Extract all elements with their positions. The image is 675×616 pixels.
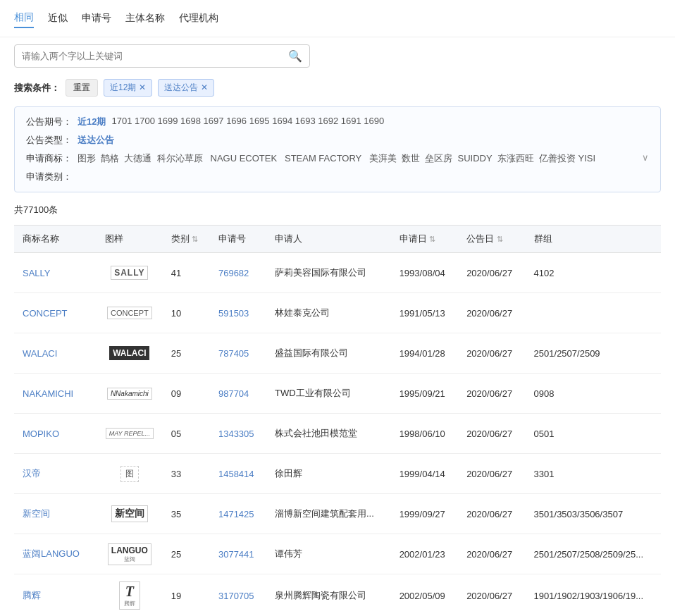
cell-applicant: 萨莉美容国际有限公司 bbox=[266, 253, 391, 293]
cell-pubdate: 2020/06/27 bbox=[458, 414, 525, 454]
nav-item-similar[interactable]: 近似 bbox=[48, 12, 68, 25]
filter-tag-type[interactable]: 送达公告✕ bbox=[158, 79, 214, 97]
filter-label: 搜索条件： bbox=[14, 82, 60, 94]
cell-logo: 图 bbox=[97, 454, 163, 494]
cell-pubdate: 2020/06/27 bbox=[458, 293, 525, 333]
table-row: 腾辉 T腾辉 19 3170705 泉州腾辉陶瓷有限公司 2002/05/09 … bbox=[14, 574, 661, 617]
cell-appdate: 1998/06/10 bbox=[391, 414, 458, 454]
cell-category: 41 bbox=[163, 253, 210, 293]
table-header-row: 商标名称 图样 类别 ⇅ 申请号 申请人 申请日 ⇅ 公告日 ⇅ 群组 bbox=[14, 226, 661, 253]
app-no-link[interactable]: 987704 bbox=[218, 388, 249, 399]
condition-box: 公告期号： 近12期 1701 1700 1699 1698 1697 1696… bbox=[14, 106, 661, 192]
brand-name-link[interactable]: 蓝阔LANGUO bbox=[23, 548, 80, 559]
search-input[interactable] bbox=[22, 51, 288, 61]
app-no-link[interactable]: 591503 bbox=[218, 308, 249, 319]
condition-row-period: 公告期号： 近12期 1701 1700 1699 1698 1697 1696… bbox=[26, 116, 649, 128]
nav-item-same[interactable]: 相同 bbox=[14, 8, 34, 28]
brand-name-link[interactable]: SALLY bbox=[23, 268, 51, 278]
cell-appdate: 1995/09/21 bbox=[391, 374, 458, 414]
trademark-vals: 图形 鹊格 大德通 科尔沁草原 NAGU ECOTEK STEAM FACTOR… bbox=[78, 152, 636, 165]
cell-applicant: 盛益国际有限公司 bbox=[266, 333, 391, 374]
brand-name-link[interactable]: MOPIKO bbox=[23, 429, 59, 439]
col-header-group: 群组 bbox=[526, 226, 661, 253]
cell-appno: 769682 bbox=[210, 253, 266, 293]
cell-name: NAKAMICHI bbox=[14, 374, 97, 414]
cell-appdate: 1993/08/04 bbox=[391, 253, 458, 293]
trademark-key: 申请商标： bbox=[26, 152, 72, 165]
nav-item-subject[interactable]: 主体名称 bbox=[125, 12, 165, 25]
cell-appdate: 1991/05/13 bbox=[391, 293, 458, 333]
cell-category: 05 bbox=[163, 414, 210, 454]
cell-category: 33 bbox=[163, 454, 210, 494]
more-icon[interactable]: ∨ bbox=[642, 152, 649, 163]
cell-group bbox=[526, 293, 661, 333]
cell-applicant: 泉州腾辉陶瓷有限公司 bbox=[266, 574, 391, 617]
brand-name-link[interactable]: CONCEPT bbox=[23, 308, 68, 319]
cell-pubdate: 2020/06/27 bbox=[458, 454, 525, 494]
brand-name-link[interactable]: 汉帝 bbox=[23, 468, 41, 479]
type-val[interactable]: 送达公告 bbox=[78, 134, 114, 147]
period-key: 公告期号： bbox=[26, 116, 72, 128]
brand-name-link[interactable]: 新空间 bbox=[23, 508, 50, 519]
sort-category-icon[interactable]: ⇅ bbox=[192, 235, 198, 243]
cell-appno: 1471425 bbox=[210, 494, 266, 534]
search-bar-container: 🔍 bbox=[14, 44, 661, 68]
table-row: 新空间 新空间 35 1471425 淄博新空间建筑配套用... 1999/09… bbox=[14, 494, 661, 534]
cell-appdate: 1994/01/28 bbox=[391, 333, 458, 374]
table-container: 商标名称 图样 类别 ⇅ 申请号 申请人 申请日 ⇅ 公告日 ⇅ 群组 SALL… bbox=[0, 225, 675, 616]
cell-pubdate: 2020/06/27 bbox=[458, 574, 525, 617]
app-no-link[interactable]: 787405 bbox=[218, 348, 249, 359]
app-no-link[interactable]: 769682 bbox=[218, 268, 249, 278]
cell-logo: MAY REPEL... bbox=[97, 414, 163, 454]
period-active-val[interactable]: 近12期 bbox=[78, 116, 106, 128]
sort-appdate-icon[interactable]: ⇅ bbox=[429, 235, 435, 243]
total-count: 共77100条 bbox=[0, 198, 675, 222]
table-row: NAKAMICHI ​NNakamichi 09 987704 TWD工业有限公… bbox=[14, 374, 661, 414]
cell-logo: LANGUO蓝阔 bbox=[97, 534, 163, 574]
cell-group: 2501/2507/2509 bbox=[526, 333, 661, 374]
cell-group: 2501/2507/2508/2509/25... bbox=[526, 534, 661, 574]
cell-category: 09 bbox=[163, 374, 210, 414]
brand-name-link[interactable]: NAKAMICHI bbox=[23, 388, 73, 399]
brand-name-link[interactable]: WALACI bbox=[23, 348, 57, 359]
cell-pubdate: 2020/06/27 bbox=[458, 253, 525, 293]
app-no-link[interactable]: 3170705 bbox=[218, 591, 254, 601]
cell-appno: 591503 bbox=[210, 293, 266, 333]
cell-logo: WALACI bbox=[97, 333, 163, 374]
sort-pubdate-icon[interactable]: ⇅ bbox=[497, 235, 503, 243]
table-row: CONCEPT CONCEPT 10 591503 林娃泰克公司 1991/05… bbox=[14, 293, 661, 333]
cell-appno: 3077441 bbox=[210, 534, 266, 574]
cell-name: 腾辉 bbox=[14, 574, 97, 617]
search-icon[interactable]: 🔍 bbox=[288, 49, 302, 63]
table-row: 蓝阔LANGUO LANGUO蓝阔 25 3077441 谭伟芳 2002/01… bbox=[14, 534, 661, 574]
app-no-link[interactable]: 1471425 bbox=[218, 509, 254, 519]
category-key: 申请类别： bbox=[26, 171, 72, 183]
brand-name-link[interactable]: 腾辉 bbox=[23, 590, 41, 600]
table-row: 汉帝 图 33 1458414 徐田辉 1999/04/14 2020/06/2… bbox=[14, 454, 661, 494]
app-no-link[interactable]: 1343305 bbox=[218, 429, 254, 439]
condition-row-category: 申请类别： bbox=[26, 171, 649, 183]
filter-bar: 搜索条件： 重置 近12期✕ 送达公告✕ bbox=[0, 75, 675, 101]
cell-appno: 787405 bbox=[210, 333, 266, 374]
cell-name: 蓝阔LANGUO bbox=[14, 534, 97, 574]
cell-applicant: 淄博新空间建筑配套用... bbox=[266, 494, 391, 534]
col-header-pubdate: 公告日 ⇅ bbox=[458, 226, 525, 253]
nav-item-appno[interactable]: 申请号 bbox=[82, 12, 111, 25]
app-no-link[interactable]: 1458414 bbox=[218, 469, 254, 479]
cell-name: WALACI bbox=[14, 333, 97, 374]
cell-pubdate: 2020/06/27 bbox=[458, 534, 525, 574]
cell-applicant: 谭伟芳 bbox=[266, 534, 391, 574]
nav-item-agent[interactable]: 代理机构 bbox=[179, 12, 218, 25]
cell-logo: 新空间 bbox=[97, 494, 163, 534]
col-header-applicant: 申请人 bbox=[266, 226, 391, 253]
cell-group: 0501 bbox=[526, 414, 661, 454]
col-header-logo: 图样 bbox=[97, 226, 163, 253]
cell-applicant: 徐田辉 bbox=[266, 454, 391, 494]
reset-button[interactable]: 重置 bbox=[66, 79, 98, 97]
condition-row-type: 公告类型： 送达公告 bbox=[26, 134, 649, 147]
col-header-category: 类别 ⇅ bbox=[163, 226, 210, 253]
app-no-link[interactable]: 3077441 bbox=[218, 549, 254, 560]
filter-tag-period[interactable]: 近12期✕ bbox=[104, 79, 152, 97]
cell-pubdate: 2020/06/27 bbox=[458, 374, 525, 414]
cell-name: CONCEPT bbox=[14, 293, 97, 333]
